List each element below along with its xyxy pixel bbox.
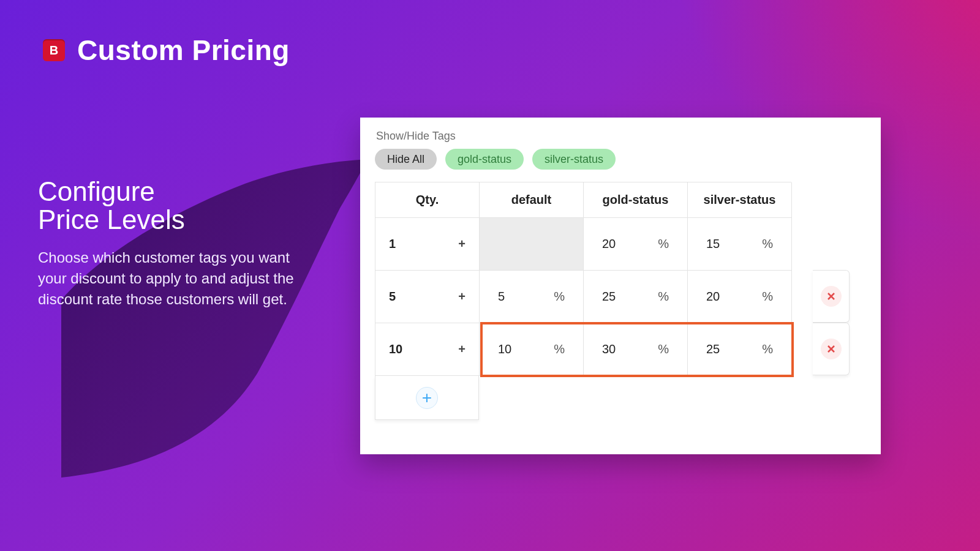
default-cell[interactable]: 10 % <box>480 323 584 376</box>
tag-pills: Hide All gold-status silver-status <box>375 149 881 170</box>
qty-suffix: + <box>458 237 466 251</box>
gold-cell[interactable]: 25 % <box>584 271 688 323</box>
close-icon <box>821 286 842 307</box>
add-row-container: + <box>375 376 479 420</box>
silver-cell[interactable]: 25 % <box>688 323 792 376</box>
gold-cell[interactable]: 20 % <box>584 218 688 271</box>
silver-cell[interactable]: 20 % <box>688 271 792 323</box>
pricing-table-wrap: Qty. default gold-status silver-status 1… <box>375 182 881 420</box>
page-title: Custom Pricing <box>77 34 290 67</box>
qty-value: 10 <box>389 342 402 356</box>
qty-cell[interactable]: 10 + <box>375 323 480 376</box>
pricing-panel: Show/Hide Tags Hide All gold-status silv… <box>360 118 881 454</box>
close-icon <box>821 339 842 359</box>
silver-cell[interactable]: 15 % <box>688 218 792 271</box>
marketing-slide: B Custom Pricing Configure Price Levels … <box>0 0 980 551</box>
percent-unit: % <box>658 290 669 304</box>
cell-value: 15 <box>706 237 720 251</box>
hero-heading-line1: Configure <box>38 176 155 206</box>
percent-unit: % <box>762 237 773 251</box>
tags-section-label: Show/Hide Tags <box>376 130 881 143</box>
percent-unit: % <box>554 342 565 356</box>
qty-value: 5 <box>389 290 396 304</box>
percent-unit: % <box>658 237 669 251</box>
qty-cell[interactable]: 1 + <box>375 218 480 271</box>
cell-value: 5 <box>498 290 505 304</box>
tag-pill-silver[interactable]: silver-status <box>532 149 616 170</box>
th-silver: silver-status <box>688 182 792 218</box>
hero-heading-line2: Price Levels <box>38 204 185 234</box>
percent-unit: % <box>554 290 565 304</box>
cell-value: 25 <box>602 290 616 304</box>
qty-cell[interactable]: 5 + <box>375 271 480 323</box>
delete-row-2-wrap <box>813 270 850 323</box>
cell-value: 30 <box>602 342 616 356</box>
th-qty: Qty. <box>375 182 480 218</box>
percent-unit: % <box>658 342 669 356</box>
default-cell[interactable]: 5 % <box>480 271 584 323</box>
qty-value: 1 <box>389 237 396 251</box>
cell-value: 10 <box>498 342 511 356</box>
qty-suffix: + <box>458 342 466 356</box>
tag-pill-gold[interactable]: gold-status <box>445 149 524 170</box>
percent-unit: % <box>762 342 773 356</box>
cell-value: 25 <box>706 342 720 356</box>
delete-row-3-wrap <box>813 323 850 375</box>
delete-row-button[interactable] <box>813 323 850 375</box>
brand-header: B Custom Pricing <box>43 34 290 67</box>
th-default: default <box>480 182 584 218</box>
brand-logo: B <box>43 39 65 61</box>
pricing-table: Qty. default gold-status silver-status 1… <box>375 182 791 376</box>
gold-cell[interactable]: 30 % <box>584 323 688 376</box>
qty-suffix: + <box>458 290 466 304</box>
hero-body: Choose which customer tags you want your… <box>38 247 301 309</box>
cell-value: 20 <box>706 290 720 304</box>
delete-row-button[interactable] <box>813 270 850 323</box>
hero-heading: Configure Price Levels <box>38 178 301 234</box>
plus-icon: + <box>422 388 432 408</box>
add-row-button[interactable]: + <box>416 387 438 409</box>
cell-value: 20 <box>602 237 616 251</box>
th-gold: gold-status <box>584 182 688 218</box>
hero-copy: Configure Price Levels Choose which cust… <box>38 178 301 309</box>
percent-unit: % <box>762 290 773 304</box>
default-cell-blank[interactable] <box>480 218 584 271</box>
hide-all-pill[interactable]: Hide All <box>375 149 437 170</box>
